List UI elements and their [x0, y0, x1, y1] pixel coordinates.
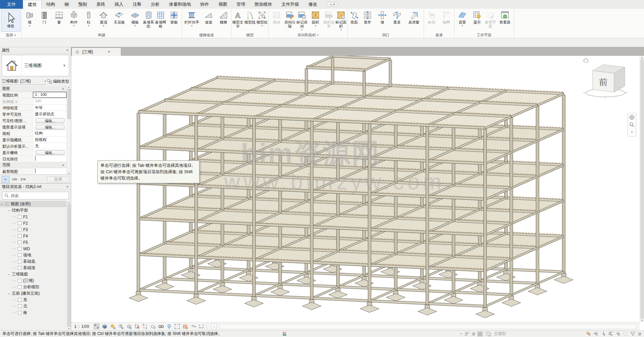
chevron-down-icon[interactable]: ▾ — [461, 332, 462, 335]
ribbon-tab-analyze[interactable]: 分析 — [146, 0, 164, 9]
temporary-hide-icon[interactable] — [166, 324, 172, 329]
scroll-up-icon[interactable]: ▲ — [68, 86, 70, 88]
prop-row-graphic-display[interactable]: 图形显示选项编辑... — [0, 124, 67, 130]
prop-row-sun-path[interactable]: 日光路径 — [0, 156, 67, 162]
tag-area-button[interactable]: 标记面积▾ — [335, 9, 347, 32]
analytical-model-icon[interactable] — [182, 324, 188, 329]
model-text-button[interactable]: 模型文字 — [232, 9, 244, 32]
ramp-button[interactable]: 坡道 — [201, 9, 216, 32]
ribbon-tab-addins[interactable]: 附加模块 — [250, 0, 277, 9]
tree-item-f3[interactable]: F3 — [0, 226, 71, 233]
ribbon-tab-modify[interactable]: 修改 — [304, 0, 322, 9]
tree-root-views[interactable]: −视图 (全部) — [0, 201, 71, 207]
chevron-down-icon[interactable]: ▾ — [629, 129, 635, 135]
prop-row-show-grid[interactable]: 显示栅格编辑... — [0, 149, 67, 156]
unlocked-view-icon[interactable] — [150, 324, 156, 329]
canvas-horizontal-scrollbar[interactable] — [220, 324, 637, 329]
ribbon-tab-steel[interactable]: 钢 — [60, 0, 74, 9]
group-label-room-area[interactable]: 房间和面积▾ — [269, 32, 347, 38]
scroll-thumb[interactable] — [68, 89, 71, 119]
ribbon-tab-collaborate[interactable]: 协作 — [196, 0, 214, 9]
properties-scrollbar[interactable]: ▲▼ — [67, 86, 71, 175]
sort-ascending-button[interactable]: AZ▾ — [10, 176, 18, 183]
zoom-icon[interactable] — [629, 122, 635, 128]
scroll-thumb[interactable] — [68, 204, 71, 327]
select-underlay-icon[interactable] — [593, 331, 598, 336]
prop-row-crop-view[interactable]: 裁剪视图 — [0, 168, 67, 175]
close-icon[interactable]: × — [107, 49, 111, 54]
select-by-face-icon[interactable] — [608, 331, 613, 336]
active-workset-label[interactable]: 主模型 — [494, 331, 506, 337]
ribbon-tab-manage[interactable]: 管理 — [232, 0, 250, 9]
worksharing-icon[interactable] — [282, 331, 287, 336]
crop-view-icon[interactable] — [134, 324, 140, 329]
ribbon-collapse-button[interactable]: ▭▾ — [327, 2, 338, 7]
tree-cat-elevations[interactable]: −立面 (建筑立面) — [0, 290, 71, 297]
prop-row-parts-visibility[interactable]: 零件可见性显示原状态 — [0, 111, 67, 117]
tree-item-analytical-model[interactable]: 分析模型 — [0, 284, 71, 290]
mullion-button[interactable]: 竖梃 — [167, 9, 181, 32]
ribbon-tab-massing[interactable]: 体量和场地 — [164, 0, 196, 9]
scroll-down-icon[interactable]: ▼ — [68, 172, 70, 175]
sort-default-button[interactable]: ≡↕ — [2, 176, 9, 183]
curtain-grid-button[interactable]: 幕墙网格 — [155, 9, 167, 32]
show-crop-icon[interactable] — [142, 324, 148, 329]
ribbon-tab-view[interactable]: 视图 — [214, 0, 232, 9]
detail-level-icon[interactable] — [94, 324, 99, 329]
search-input[interactable] — [11, 193, 67, 198]
room-separator-button[interactable]: 房间分隔 — [284, 9, 296, 32]
prop-row-view-scale[interactable]: 视图比例1 : 100 — [0, 92, 67, 98]
floor-button[interactable]: 楼板▾ — [128, 9, 142, 32]
tree-cat-3d-views[interactable]: −三维视图 — [0, 271, 71, 277]
tree-item-foundation-bottom[interactable]: 基础底 — [0, 258, 71, 265]
tree-item-3d[interactable]: {三维} — [0, 277, 71, 284]
ribbon-tab-upgrade[interactable]: 文件升级 — [277, 0, 304, 9]
viewer-button[interactable]: 查看器 — [497, 9, 513, 32]
ceiling-button[interactable]: 天花板 — [111, 9, 128, 32]
view-cube[interactable]: 前 — [581, 55, 632, 103]
select-links-icon[interactable] — [586, 331, 591, 336]
curtain-system-button[interactable]: 幕墙系统 — [142, 9, 155, 32]
prop-row-detail-level[interactable]: 详细程度中等 — [0, 105, 67, 111]
edit-type-button[interactable]: 编辑类型 — [47, 79, 69, 84]
roof-button[interactable]: 屋顶▾ — [96, 9, 111, 32]
wall-opening-button[interactable]: 墙 — [375, 9, 390, 32]
edit-button[interactable]: 编辑... — [36, 118, 65, 123]
navigation-wheel-icon[interactable] — [629, 114, 635, 120]
select-pinned-icon[interactable] — [601, 331, 606, 336]
ribbon-tab-systems[interactable]: 系统 — [92, 0, 110, 9]
workplane-show-button[interactable]: 显示 — [470, 9, 484, 32]
ribbon-tab-annotate[interactable]: 注释 — [128, 0, 146, 9]
tree-item-site[interactable]: 场地 — [0, 252, 71, 258]
opening-by-face-button[interactable]: 按面 — [348, 9, 360, 32]
workset-panel-icon[interactable] — [485, 331, 491, 337]
canvas-vertical-scrollbar[interactable]: ▲▼ — [640, 56, 644, 322]
tag-room-button[interactable]: 标记房间▾ — [296, 9, 308, 32]
editing-requests-icon[interactable] — [464, 331, 469, 336]
constraints-icon[interactable] — [199, 324, 204, 329]
shadows-icon[interactable] — [118, 324, 124, 329]
checkbox[interactable] — [35, 156, 36, 161]
scroll-left-icon[interactable]: ‹ — [211, 324, 217, 330]
instance-selector[interactable]: 三维视图: {三维}▾ — [2, 78, 46, 85]
door-button[interactable]: 门 — [37, 9, 52, 32]
tree-item-foundation-top[interactable]: 基础顶 — [0, 265, 71, 271]
close-icon[interactable]: × — [66, 185, 69, 189]
render-icon[interactable] — [126, 324, 132, 329]
stair-button[interactable]: 楼梯 — [216, 9, 231, 32]
type-selector[interactable]: 三维视图 ▼ — [2, 55, 69, 76]
tree-cat-structural-plans[interactable]: −结构平面 — [0, 207, 71, 214]
drag-elements-icon[interactable] — [615, 331, 620, 336]
tree-item-south[interactable]: 南 — [0, 309, 71, 316]
tree-item-east[interactable]: 东 — [0, 297, 71, 303]
browser-search[interactable] — [2, 192, 69, 199]
tree-item-f1[interactable]: F1 — [0, 214, 71, 220]
ribbon-tab-precast[interactable]: 预制 — [74, 0, 92, 9]
tree-item-f4[interactable]: F4 — [0, 233, 71, 239]
prop-row-analysis-display[interactable]: 默认分析显示...无 — [0, 143, 67, 149]
workplane-set-button[interactable]: 设置▾ — [455, 9, 470, 32]
section-extents[interactable]: 范围∧ — [0, 162, 67, 168]
view-tab-3d[interactable]: {三维} × — [72, 47, 121, 56]
ribbon-tab-architecture[interactable]: 建筑 — [23, 0, 42, 9]
column-button[interactable]: 柱▾ — [81, 9, 96, 32]
